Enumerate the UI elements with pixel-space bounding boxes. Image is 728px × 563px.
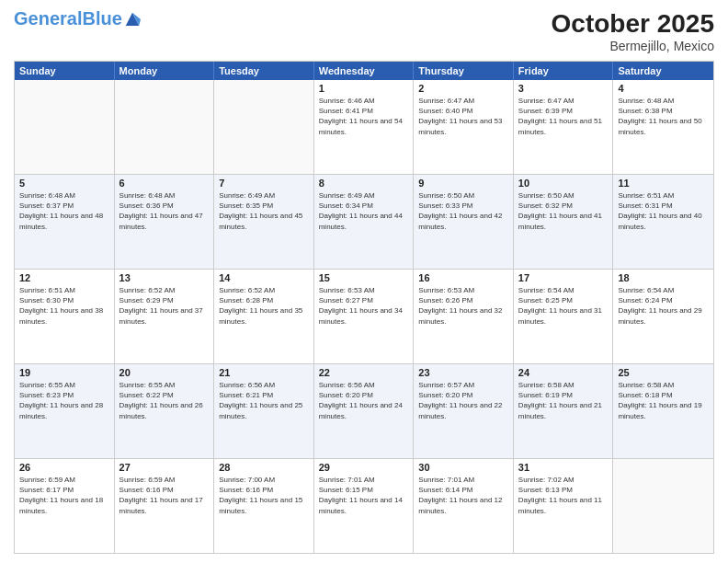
daylight-text: Daylight: 11 hours and 37 minutes.	[119, 305, 210, 326]
sunset-text: Sunset: 6:24 PM	[618, 295, 709, 305]
header-thursday: Thursday	[414, 62, 514, 80]
sunrise-text: Sunrise: 6:58 AM	[518, 380, 609, 390]
day-number: 7	[219, 178, 309, 189]
location-subtitle: Bermejillo, Mexico	[552, 39, 714, 53]
header-saturday: Saturday	[613, 62, 713, 80]
day-number: 1	[319, 83, 409, 94]
calendar-cell: 13Sunrise: 6:52 AMSunset: 6:29 PMDayligh…	[115, 270, 215, 363]
sunset-text: Sunset: 6:39 PM	[518, 106, 609, 116]
month-year-title: October 2025	[552, 9, 714, 39]
day-number: 18	[618, 272, 709, 283]
calendar-cell: 26Sunrise: 6:59 AMSunset: 6:17 PMDayligh…	[15, 459, 115, 553]
daylight-text: Daylight: 11 hours and 19 minutes.	[618, 400, 709, 420]
calendar-cell: 20Sunrise: 6:55 AMSunset: 6:22 PMDayligh…	[115, 364, 215, 458]
day-number: 14	[219, 272, 309, 283]
sunrise-text: Sunrise: 7:00 AM	[219, 475, 309, 485]
header-friday: Friday	[514, 62, 614, 80]
daylight-text: Daylight: 11 hours and 38 minutes.	[19, 305, 109, 326]
calendar-cell: 11Sunrise: 6:51 AMSunset: 6:31 PMDayligh…	[613, 175, 713, 269]
daylight-text: Daylight: 11 hours and 28 minutes.	[19, 400, 109, 420]
calendar-cell: 24Sunrise: 6:58 AMSunset: 6:19 PMDayligh…	[514, 364, 614, 458]
daylight-text: Daylight: 11 hours and 34 minutes.	[319, 305, 409, 326]
sunset-text: Sunset: 6:30 PM	[19, 295, 109, 305]
day-number: 9	[418, 178, 508, 189]
day-number: 3	[518, 83, 609, 94]
sunset-text: Sunset: 6:16 PM	[219, 485, 309, 495]
sunset-text: Sunset: 6:23 PM	[19, 390, 109, 400]
sunset-text: Sunset: 6:15 PM	[319, 485, 409, 495]
calendar-cell	[115, 80, 215, 174]
header-monday: Monday	[115, 62, 215, 80]
calendar-cell: 12Sunrise: 6:51 AMSunset: 6:30 PMDayligh…	[15, 270, 115, 363]
calendar-grid: Sunday Monday Tuesday Wednesday Thursday…	[14, 61, 714, 554]
calendar-week-2: 5Sunrise: 6:48 AMSunset: 6:37 PMDaylight…	[15, 175, 713, 270]
daylight-text: Daylight: 11 hours and 29 minutes.	[618, 305, 709, 326]
sunrise-text: Sunrise: 6:50 AM	[518, 190, 609, 201]
day-number: 24	[518, 367, 609, 378]
calendar-cell: 16Sunrise: 6:53 AMSunset: 6:26 PMDayligh…	[414, 270, 514, 363]
sunset-text: Sunset: 6:36 PM	[119, 201, 210, 211]
sunrise-text: Sunrise: 6:54 AM	[518, 285, 609, 295]
daylight-text: Daylight: 11 hours and 44 minutes.	[319, 211, 409, 231]
sunrise-text: Sunrise: 6:48 AM	[618, 96, 709, 106]
sunrise-text: Sunrise: 6:47 AM	[518, 96, 609, 106]
day-number: 2	[418, 83, 508, 94]
sunrise-text: Sunrise: 6:51 AM	[618, 190, 709, 201]
sunrise-text: Sunrise: 6:49 AM	[319, 190, 409, 201]
calendar-week-4: 19Sunrise: 6:55 AMSunset: 6:23 PMDayligh…	[15, 364, 713, 459]
day-number: 20	[119, 367, 210, 378]
day-number: 29	[319, 462, 409, 473]
sunrise-text: Sunrise: 6:53 AM	[418, 285, 508, 295]
sunrise-text: Sunrise: 6:55 AM	[119, 380, 210, 390]
daylight-text: Daylight: 11 hours and 12 minutes.	[418, 495, 508, 515]
sunset-text: Sunset: 6:40 PM	[418, 106, 508, 116]
sunset-text: Sunset: 6:18 PM	[618, 390, 709, 400]
sunrise-text: Sunrise: 6:57 AM	[418, 380, 508, 390]
daylight-text: Daylight: 11 hours and 48 minutes.	[19, 211, 109, 231]
daylight-text: Daylight: 11 hours and 54 minutes.	[319, 116, 409, 136]
day-number: 23	[418, 367, 508, 378]
calendar-cell	[214, 80, 314, 174]
sunset-text: Sunset: 6:19 PM	[518, 390, 609, 400]
daylight-text: Daylight: 11 hours and 25 minutes.	[219, 400, 309, 420]
sunset-text: Sunset: 6:28 PM	[219, 295, 309, 305]
sunset-text: Sunset: 6:32 PM	[518, 201, 609, 211]
day-number: 25	[618, 367, 709, 378]
sunset-text: Sunset: 6:34 PM	[319, 201, 409, 211]
day-number: 17	[518, 272, 609, 283]
daylight-text: Daylight: 11 hours and 50 minutes.	[618, 116, 709, 136]
daylight-text: Daylight: 11 hours and 40 minutes.	[618, 211, 709, 231]
sunset-text: Sunset: 6:41 PM	[319, 106, 409, 116]
sunrise-text: Sunrise: 6:52 AM	[219, 285, 309, 295]
day-number: 30	[418, 462, 508, 473]
calendar-cell: 28Sunrise: 7:00 AMSunset: 6:16 PMDayligh…	[214, 459, 314, 553]
sunset-text: Sunset: 6:17 PM	[19, 485, 109, 495]
calendar-cell: 29Sunrise: 7:01 AMSunset: 6:15 PMDayligh…	[314, 459, 415, 553]
header-sunday: Sunday	[15, 62, 115, 80]
calendar-cell: 18Sunrise: 6:54 AMSunset: 6:24 PMDayligh…	[613, 270, 713, 363]
calendar-cell: 15Sunrise: 6:53 AMSunset: 6:27 PMDayligh…	[314, 270, 415, 363]
day-number: 5	[19, 178, 109, 189]
sunset-text: Sunset: 6:33 PM	[418, 201, 508, 211]
daylight-text: Daylight: 11 hours and 53 minutes.	[418, 116, 508, 136]
calendar-cell: 22Sunrise: 6:56 AMSunset: 6:20 PMDayligh…	[314, 364, 415, 458]
sunrise-text: Sunrise: 6:48 AM	[19, 190, 109, 201]
sunrise-text: Sunrise: 6:54 AM	[618, 285, 709, 295]
calendar-cell: 8Sunrise: 6:49 AMSunset: 6:34 PMDaylight…	[314, 175, 415, 269]
daylight-text: Daylight: 11 hours and 26 minutes.	[119, 400, 210, 420]
day-number: 8	[319, 178, 409, 189]
sunset-text: Sunset: 6:16 PM	[119, 485, 210, 495]
daylight-text: Daylight: 11 hours and 45 minutes.	[219, 211, 309, 231]
calendar-cell: 10Sunrise: 6:50 AMSunset: 6:32 PMDayligh…	[514, 175, 614, 269]
day-number: 11	[618, 178, 709, 189]
calendar-cell: 7Sunrise: 6:49 AMSunset: 6:35 PMDaylight…	[214, 175, 314, 269]
day-number: 4	[618, 83, 709, 94]
daylight-text: Daylight: 11 hours and 17 minutes.	[119, 495, 210, 515]
daylight-text: Daylight: 11 hours and 21 minutes.	[518, 400, 609, 420]
calendar-week-1: 1Sunrise: 6:46 AMSunset: 6:41 PMDaylight…	[15, 80, 713, 175]
calendar-cell: 30Sunrise: 7:01 AMSunset: 6:14 PMDayligh…	[414, 459, 514, 553]
sunrise-text: Sunrise: 6:55 AM	[19, 380, 109, 390]
calendar-cell: 27Sunrise: 6:59 AMSunset: 6:16 PMDayligh…	[115, 459, 215, 553]
title-block: October 2025 Bermejillo, Mexico	[552, 9, 714, 53]
daylight-text: Daylight: 11 hours and 11 minutes.	[518, 495, 609, 515]
